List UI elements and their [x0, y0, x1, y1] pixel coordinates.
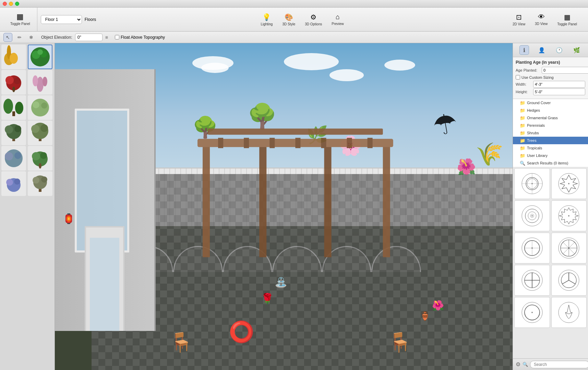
- svg-point-9: [14, 77, 21, 84]
- height-input[interactable]: [533, 88, 585, 95]
- plant-item[interactable]: [28, 70, 52, 95]
- svg-point-6: [37, 49, 43, 55]
- thumbnail-item[interactable]: [551, 297, 587, 328]
- category-item-user-library[interactable]: 📁 User Library: [513, 152, 588, 159]
- svg-rect-50: [269, 138, 275, 148]
- floors-section: Floor 1 Floor 2 Floor 3 Floors: [37, 8, 99, 31]
- thumbnail-grid: [514, 168, 587, 328]
- threed-view-button[interactable]: 👁 3D View: [531, 12, 552, 27]
- category-item-ornamental-grass[interactable]: 📁 Ornamental Grass: [513, 114, 588, 122]
- thumbnail-item[interactable]: [551, 168, 587, 199]
- thumbnail-item[interactable]: [551, 233, 587, 263]
- category-item-tropicals[interactable]: 📁 Tropicals: [513, 144, 588, 152]
- main-toolbar: ▦ Toggle Panel Floor 1 Floor 2 Floor 3 F…: [0, 8, 588, 32]
- snowflake-icon: ❄: [29, 35, 33, 40]
- age-planted-input[interactable]: [542, 67, 588, 74]
- info-panel-button[interactable]: ℹ: [519, 45, 529, 55]
- preview-icon: ⌂: [336, 13, 340, 21]
- svg-point-34: [39, 163, 41, 169]
- leaf-icon: 🌿: [573, 47, 580, 53]
- svg-line-88: [569, 305, 571, 312]
- thumbnail-item[interactable]: [514, 200, 550, 231]
- search-bar: ⚙ 🔍: [513, 358, 588, 370]
- plant-item[interactable]: [1, 146, 26, 171]
- svg-point-13: [43, 77, 47, 86]
- float-checkbox-label[interactable]: Float Above Topography: [115, 35, 165, 40]
- thumbnail-item[interactable]: [514, 168, 550, 199]
- width-input[interactable]: [533, 81, 585, 88]
- pointer-tool-button[interactable]: ↖: [3, 33, 12, 42]
- search-input[interactable]: [530, 361, 588, 368]
- thumbnail-item[interactable]: [514, 297, 550, 328]
- toggle-panel-left-button[interactable]: ▦ Toggle Panel: [7, 11, 34, 28]
- plant-item[interactable]: [28, 45, 52, 69]
- clock-panel-button[interactable]: 🕐: [554, 45, 564, 55]
- category-item-hedges[interactable]: 📁 Hedges: [513, 107, 588, 114]
- plant-item[interactable]: [28, 121, 52, 145]
- door-glass: [90, 238, 119, 331]
- custom-sizing-row[interactable]: Use Custom Sizing: [516, 75, 585, 79]
- leaf-panel-button[interactable]: 🌿: [572, 45, 581, 55]
- custom-sizing-checkbox[interactable]: [516, 75, 520, 79]
- background-flowers2: 🌺: [457, 158, 476, 176]
- snowflake-tool-button[interactable]: ❄: [27, 33, 36, 42]
- plant-item[interactable]: [28, 146, 52, 171]
- svg-rect-44: [259, 144, 266, 257]
- planting-age-title: Planting Age (in years): [516, 60, 585, 65]
- category-item-search-results[interactable]: 🔍 Search Results (0 items): [513, 159, 588, 167]
- thumbnail-item[interactable]: [514, 233, 550, 263]
- svg-point-15: [3, 99, 13, 114]
- category-item-ground-cover[interactable]: 📁 Ground Cover: [513, 99, 588, 107]
- threed-options-button[interactable]: ⚙ 3D Options: [301, 12, 326, 27]
- folder-icon: 📁: [520, 131, 525, 136]
- door: [85, 226, 124, 331]
- person-panel-button[interactable]: 👤: [537, 45, 547, 55]
- plant-item[interactable]: [28, 95, 52, 120]
- float-above-checkbox[interactable]: [115, 35, 119, 39]
- right-toolbar: ⊡ 2D View 👁 3D View ▦ Toggle Panel: [505, 8, 585, 31]
- category-label: User Library: [527, 153, 548, 158]
- twod-view-label: 2D View: [513, 22, 525, 26]
- svg-rect-48: [218, 138, 223, 148]
- category-label: Search Results (0 items): [527, 161, 568, 165]
- age-planted-row: Age Planted:: [516, 67, 585, 74]
- height-row: Height:: [516, 88, 585, 95]
- plant-item[interactable]: [1, 70, 26, 95]
- plant-item[interactable]: [1, 121, 26, 145]
- svg-point-30: [14, 152, 21, 159]
- folder-icon: 📁: [520, 146, 525, 151]
- threed-style-button[interactable]: 🎨 3D Style: [278, 12, 299, 27]
- category-item-trees[interactable]: 📁 Trees: [513, 137, 588, 144]
- twod-view-button[interactable]: ⊡ 2D View: [508, 12, 529, 27]
- maximize-button[interactable]: [15, 2, 19, 6]
- settings-icon[interactable]: ⚙: [516, 361, 520, 368]
- lighting-button[interactable]: 💡 Lighting: [256, 12, 277, 27]
- minimize-button[interactable]: [9, 2, 13, 6]
- toggle-panel-right-label: Toggle Panel: [557, 22, 577, 26]
- close-button[interactable]: [3, 2, 7, 6]
- svg-point-33: [40, 152, 47, 159]
- table: 🪑: [169, 331, 193, 354]
- category-item-shrubs[interactable]: 📁 Shrubs: [513, 129, 588, 137]
- plant-item[interactable]: [1, 171, 26, 196]
- svg-point-32: [32, 152, 40, 160]
- svg-point-40: [33, 177, 39, 184]
- thumbnail-item[interactable]: [551, 200, 587, 231]
- scene-background: 🏮 🌳 🌳 🌿 🌸 🌺 🌾: [55, 43, 513, 370]
- plant-item[interactable]: [1, 45, 26, 69]
- plant-item[interactable]: [28, 171, 52, 196]
- threed-style-label: 3D Style: [282, 22, 295, 26]
- thumbnail-item[interactable]: [514, 265, 550, 296]
- preview-button[interactable]: ⌂ Preview: [327, 12, 348, 27]
- elevation-input[interactable]: [75, 34, 103, 41]
- svg-rect-43: [383, 144, 390, 257]
- pencil-tool-button[interactable]: ✏: [15, 33, 24, 42]
- thumbnail-item[interactable]: [551, 265, 587, 296]
- list-icon[interactable]: ≡: [105, 35, 108, 40]
- plant-item[interactable]: [1, 95, 26, 120]
- toggle-panel-right-button[interactable]: ▦ Toggle Panel: [553, 12, 581, 27]
- viewport[interactable]: 🏮 🌳 🌳 🌿 🌸 🌺 🌾: [55, 43, 513, 370]
- category-item-perennials[interactable]: 📁 Perennials: [513, 122, 588, 129]
- floors-select[interactable]: Floor 1 Floor 2 Floor 3: [41, 15, 82, 24]
- clock-icon: 🕐: [556, 47, 563, 53]
